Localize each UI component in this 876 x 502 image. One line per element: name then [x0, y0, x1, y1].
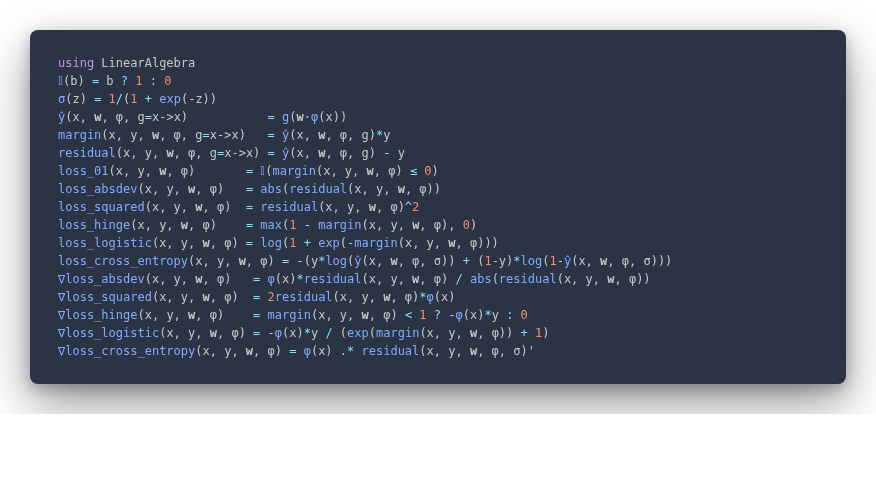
- code-line: loss_absdev(x, y, w, φ) = abs(residual(x…: [58, 180, 818, 198]
- fn-residual: residual: [58, 146, 116, 160]
- code-line: 𝕀(b) = b ? 1 : 0: [58, 72, 818, 90]
- fn-loss-squared: loss_squared: [58, 200, 145, 214]
- code-line: ∇loss_squared(x, y, w, φ) = 2residual(x,…: [58, 288, 818, 306]
- fn-loss-logistic: loss_logistic: [58, 236, 152, 250]
- code-line: ∇loss_hinge(x, y, w, φ) = margin(x, y, w…: [58, 306, 818, 324]
- code-line: loss_01(x, y, w, φ) = 𝕀(margin(x, y, w, …: [58, 162, 818, 180]
- fn-grad-loss-logistic: ∇loss_logistic: [58, 326, 159, 340]
- code-line: σ(z) = 1/(1 + exp(-z)): [58, 90, 818, 108]
- fn-grad-loss-hinge: ∇loss_hinge: [58, 308, 137, 322]
- fn-loss-01: loss_01: [58, 164, 109, 178]
- code-line: residual(x, y, w, φ, g=x->x) = ŷ(x, w, φ…: [58, 144, 818, 162]
- code-line: margin(x, y, w, φ, g=x->x) = ŷ(x, w, φ, …: [58, 126, 818, 144]
- code-line: ∇loss_logistic(x, y, w, φ) = -φ(x)*y / (…: [58, 324, 818, 342]
- keyword-using: using: [58, 56, 94, 70]
- fn-loss-absdev: loss_absdev: [58, 182, 137, 196]
- code-line: loss_hinge(x, y, w, φ) = max(1 - margin(…: [58, 216, 818, 234]
- fn-loss-cross-entropy: loss_cross_entropy: [58, 254, 188, 268]
- fn-grad-loss-cross-entropy: ∇loss_cross_entropy: [58, 344, 195, 358]
- fn-loss-hinge: loss_hinge: [58, 218, 130, 232]
- fn-margin: margin: [58, 128, 101, 142]
- fn-grad-loss-absdev: ∇loss_absdev: [58, 272, 145, 286]
- fn-grad-loss-squared: ∇loss_squared: [58, 290, 152, 304]
- code-line: ŷ(x, w, φ, g=x->x) = g(w⋅φ(x)): [58, 108, 818, 126]
- module-name: LinearAlgebra: [94, 56, 195, 70]
- code-line: loss_logistic(x, y, w, φ) = log(1 + exp(…: [58, 234, 818, 252]
- code-line: loss_cross_entropy(x, y, w, φ) = -(y*log…: [58, 252, 818, 270]
- code-line: ∇loss_cross_entropy(x, y, w, φ) = φ(x) .…: [58, 342, 818, 360]
- code-line: loss_squared(x, y, w, φ) = residual(x, y…: [58, 198, 818, 216]
- code-block: using LinearAlgebra 𝕀(b) = b ? 1 : 0 σ(z…: [30, 30, 846, 384]
- code-line: using LinearAlgebra: [58, 54, 818, 72]
- code-line: ∇loss_absdev(x, y, w, φ) = φ(x)*residual…: [58, 270, 818, 288]
